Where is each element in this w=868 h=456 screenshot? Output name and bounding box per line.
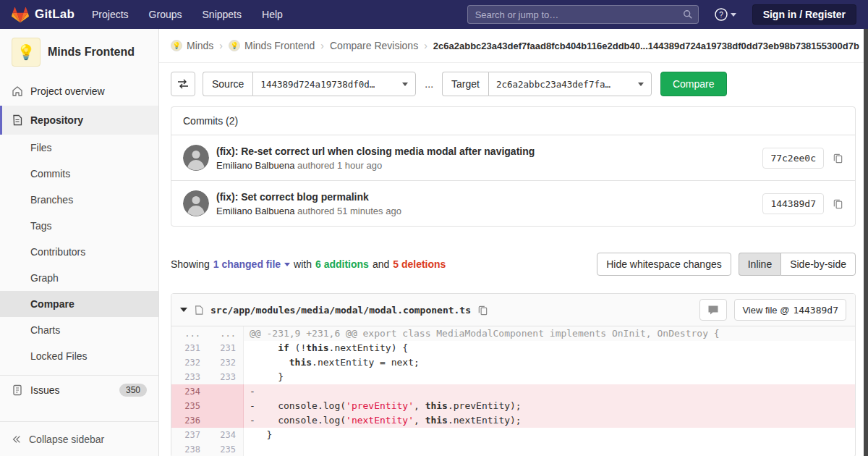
sidebar-item-issues[interactable]: Issues 350 bbox=[0, 375, 158, 404]
sidebar: 💡 Minds Frontend Project overview Reposi… bbox=[0, 29, 159, 456]
collapse-sidebar-button[interactable]: Collapse sidebar bbox=[0, 421, 158, 456]
search-icon[interactable] bbox=[683, 9, 693, 22]
diff-marker bbox=[250, 429, 255, 440]
commit-sha[interactable]: 77c2ee0c bbox=[762, 148, 824, 169]
sidebar-item-commits[interactable]: Commits bbox=[0, 161, 158, 187]
sidebar-project-header[interactable]: 💡 Minds Frontend bbox=[0, 29, 158, 77]
commit-sha[interactable]: 144389d7 bbox=[762, 193, 824, 214]
breadcrumb-current: 2c6a2abbc23a43def7faad8fcb404b116e2ddb40… bbox=[433, 41, 859, 51]
changed-files-dropdown[interactable]: 1 changed file bbox=[213, 258, 290, 270]
scrollbar[interactable] bbox=[864, 29, 868, 456]
commit-author-link[interactable]: Emiliano Balbuena bbox=[216, 160, 294, 171]
breadcrumb-link-minds[interactable]: Minds bbox=[187, 40, 213, 51]
sidebar-item-project-overview[interactable]: Project overview bbox=[0, 77, 158, 106]
commit-author-link[interactable]: Emiliano Balbuena bbox=[216, 206, 294, 216]
new-line-number[interactable]: 232 bbox=[208, 355, 244, 370]
diff-view-toggle: Inline Side-by-side bbox=[739, 253, 856, 276]
code-line: - bbox=[244, 384, 855, 399]
svg-text:?: ? bbox=[719, 11, 723, 19]
swap-revisions-button[interactable] bbox=[171, 72, 195, 96]
nav-snippets[interactable]: Snippets bbox=[203, 9, 242, 20]
new-line-number[interactable] bbox=[208, 384, 244, 399]
sign-in-button[interactable]: Sign in / Register bbox=[752, 4, 856, 25]
chevron-down-icon bbox=[284, 263, 290, 266]
code-line: } bbox=[244, 370, 855, 384]
inline-view-button[interactable]: Inline bbox=[739, 253, 780, 276]
help-menu[interactable]: ? bbox=[715, 8, 736, 21]
copy-icon[interactable] bbox=[833, 153, 843, 164]
avatar[interactable] bbox=[183, 145, 209, 171]
search-input[interactable] bbox=[467, 5, 699, 24]
new-line-number[interactable]: 235 bbox=[208, 442, 244, 456]
view-file-sha: 144389d7 bbox=[793, 305, 838, 316]
diff-line: 231231 if (!this.nextEntity) { bbox=[171, 341, 855, 355]
breadcrumb-link-compare-revisions[interactable]: Compare Revisions bbox=[330, 40, 418, 51]
sidebar-item-tags[interactable]: Tags bbox=[0, 213, 158, 239]
diff-line: ......@@ -231,9 +231,6 @@ export class M… bbox=[171, 326, 855, 341]
side-by-side-view-button[interactable]: Side-by-side bbox=[780, 253, 856, 276]
sidebar-item-repository[interactable]: Repository bbox=[0, 106, 158, 135]
sidebar-item-compare[interactable]: Compare bbox=[0, 291, 158, 317]
gitlab-logo[interactable]: GitLab bbox=[12, 7, 75, 23]
view-file-button[interactable]: View file @ 144389d7 bbox=[734, 299, 846, 321]
toggle-comments-button[interactable] bbox=[699, 299, 727, 321]
diff-table: ......@@ -231,9 +231,6 @@ export class M… bbox=[171, 326, 855, 456]
breadcrumb-link-project[interactable]: Minds Frontend bbox=[244, 40, 315, 51]
sidebar-item-files[interactable]: Files bbox=[0, 135, 158, 161]
old-line-number[interactable]: 235 bbox=[171, 399, 208, 413]
diff-marker: - bbox=[250, 400, 255, 411]
new-line-number[interactable]: 231 bbox=[208, 341, 244, 355]
comment-icon bbox=[707, 305, 719, 316]
double-chevron-left-icon bbox=[12, 434, 22, 444]
breadcrumb-separator: › bbox=[320, 40, 324, 51]
copy-icon[interactable] bbox=[833, 198, 843, 209]
old-line-number[interactable]: 232 bbox=[171, 355, 208, 370]
nav-projects[interactable]: Projects bbox=[92, 9, 129, 20]
old-line-number[interactable]: 236 bbox=[171, 413, 208, 428]
hide-whitespace-button[interactable]: Hide whitespace changes bbox=[597, 253, 731, 276]
tanuki-icon bbox=[12, 7, 29, 23]
new-line-number[interactable] bbox=[208, 413, 244, 428]
old-line-number[interactable]: 234 bbox=[171, 384, 208, 399]
collapse-file-icon[interactable] bbox=[180, 308, 187, 312]
diff-line: 237234 } bbox=[171, 428, 855, 442]
commit-authored-time: authored 1 hour ago bbox=[297, 160, 382, 171]
compare-button[interactable]: Compare bbox=[660, 72, 727, 96]
commit-title-link[interactable]: (fix): Re-set correct url when closing m… bbox=[216, 145, 762, 157]
breadcrumb-separator: › bbox=[219, 40, 223, 51]
project-avatar-small: 💡 bbox=[229, 40, 240, 51]
file-path-link[interactable]: src/app/modules/media/modal/modal.compon… bbox=[210, 305, 471, 316]
old-line-number[interactable]: 233 bbox=[171, 370, 208, 384]
commit-title-link[interactable]: (fix): Set correct blog permalink bbox=[216, 191, 762, 203]
sidebar-item-locked-files[interactable]: Locked Files bbox=[0, 343, 158, 369]
new-line-number[interactable]: 233 bbox=[208, 370, 244, 384]
showing-label: Showing bbox=[171, 258, 210, 270]
chevron-down-icon bbox=[638, 83, 644, 86]
nav-groups[interactable]: Groups bbox=[149, 9, 182, 20]
chevron-down-icon bbox=[731, 13, 736, 17]
code-line: this.nextEntity = next; bbox=[244, 355, 855, 370]
nav-help[interactable]: Help bbox=[262, 9, 283, 20]
avatar[interactable] bbox=[183, 190, 209, 216]
code-line: @@ -231,9 +231,6 @@ export class MediaMo… bbox=[244, 326, 855, 341]
target-ref-dropdown[interactable]: 2c6a2abbc23a43def7fa… bbox=[488, 72, 652, 96]
new-line-number[interactable]: 234 bbox=[208, 428, 244, 442]
sidebar-item-branches[interactable]: Branches bbox=[0, 187, 158, 213]
sidebar-item-contributors[interactable]: Contributors bbox=[0, 239, 158, 265]
sidebar-item-graph[interactable]: Graph bbox=[0, 265, 158, 291]
new-line-number[interactable] bbox=[208, 399, 244, 413]
old-line-number[interactable]: 238 bbox=[171, 442, 208, 456]
commits-panel-title: Commits (2) bbox=[171, 107, 855, 135]
diff-line: 238235 bbox=[171, 442, 855, 456]
sidebar-item-charts[interactable]: Charts bbox=[0, 317, 158, 343]
old-line-number[interactable]: ... bbox=[171, 326, 208, 341]
code-line bbox=[244, 442, 855, 456]
sidebar-item-label: Repository bbox=[30, 114, 83, 126]
source-ref-dropdown[interactable]: 144389d724a19738df0d… bbox=[252, 72, 416, 96]
help-icon: ? bbox=[715, 8, 728, 21]
diff-line: 235- console.log('prevEntity', this.prev… bbox=[171, 399, 855, 413]
old-line-number[interactable]: 231 bbox=[171, 341, 208, 355]
new-line-number[interactable]: ... bbox=[208, 326, 244, 341]
copy-icon[interactable] bbox=[477, 305, 488, 316]
old-line-number[interactable]: 237 bbox=[171, 428, 208, 442]
